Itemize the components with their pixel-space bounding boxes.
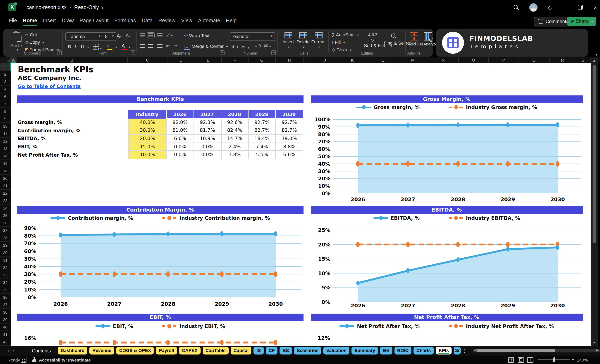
sheet-tab-valuation[interactable]: Valuation (323, 347, 349, 355)
sheet-tab-roic[interactable]: ROIC (394, 347, 412, 355)
scroll-down-icon[interactable]: ▼ (591, 341, 598, 344)
sheet-tab-captable[interactable]: CapTable (203, 347, 228, 355)
row-header-30[interactable]: 30 (0, 249, 10, 256)
accessibility-icon[interactable] (31, 357, 37, 362)
font-color-caret[interactable]: ▾ (129, 46, 130, 49)
orientation-button[interactable]: ⟋▾ (166, 32, 173, 38)
sheet-tab-cogs-opex[interactable]: COGS & OPEX (116, 347, 154, 355)
sheet-tab-revenue[interactable]: Revenue (90, 347, 114, 355)
row-header-41[interactable]: 41 (0, 331, 10, 338)
zoom-level[interactable]: 140% (577, 357, 588, 362)
autosum-button[interactable]: ∑ AutoSum ▾ (332, 32, 359, 37)
menu-formulas[interactable]: Formulas (114, 15, 136, 27)
tab-options-icon[interactable]: ⋮ (462, 348, 467, 354)
fill-button[interactable]: ⤓ Fill ▾ (332, 40, 345, 45)
column-header-I[interactable]: I (303, 57, 313, 63)
menu-data[interactable]: Data (142, 15, 153, 27)
premium-diamond-icon[interactable]: ◇ (546, 4, 554, 12)
page-break-view-button[interactable] (527, 357, 534, 363)
zoom-in-button[interactable]: + (572, 356, 574, 362)
wrap-text-button[interactable]: ↩ Wrap Text (184, 33, 209, 38)
menu-page-layout[interactable]: Page Layout (80, 15, 109, 27)
kpi-cell[interactable]: 82.4% (221, 127, 248, 135)
add-sheet-icon[interactable]: + (454, 347, 458, 354)
clipboard-dialog-launcher[interactable]: ↘ (57, 50, 62, 55)
column-header-N[interactable]: N (428, 57, 459, 63)
tabs-next-icon[interactable]: › (11, 348, 16, 354)
row-header-11[interactable]: 11 (0, 130, 10, 137)
column-header-E[interactable]: E (195, 57, 222, 63)
font-color-button[interactable]: A (122, 43, 127, 50)
italic-button[interactable]: I (75, 44, 76, 50)
row-header-7[interactable]: 7 (0, 100, 10, 108)
grow-font-button[interactable]: A˄ (117, 33, 122, 39)
row-header-9[interactable]: 9 (0, 115, 10, 122)
horizontal-scrollbar-thumb[interactable] (477, 349, 555, 352)
row-header-2[interactable]: 2 (0, 71, 10, 78)
kpi-header-cell[interactable]: 2030 (276, 110, 303, 118)
row-header-39[interactable]: 39 (0, 316, 10, 323)
kpi-cell[interactable]: 40.0% (128, 118, 167, 127)
table-of-contents-link[interactable]: Go to Table of Contents (18, 83, 81, 89)
format-cells-button[interactable]: Format▾ (311, 32, 326, 49)
sheet-tab-cf[interactable]: CF (266, 347, 277, 355)
menu-insert[interactable]: Insert (43, 15, 56, 27)
row-header-12[interactable]: 12 (0, 137, 10, 145)
kpi-cell[interactable]: 92.6% (221, 118, 248, 127)
kpi-cell[interactable]: 92.7% (276, 118, 303, 127)
percent-button[interactable]: % (242, 44, 246, 49)
scroll-right-icon[interactable]: ▶ (596, 348, 599, 352)
borders-button[interactable]: ▾ (93, 44, 102, 50)
row-header-1[interactable]: 1 (0, 63, 10, 71)
number-format-select[interactable]: General▾ (230, 32, 275, 41)
sheet-tab-summary[interactable]: Summary (351, 347, 378, 355)
kpi-cell[interactable]: 6.6% (276, 151, 303, 159)
scroll-left-icon[interactable]: ◀ (474, 348, 476, 352)
row-header-27[interactable]: 27 (0, 227, 10, 234)
kpi-cell[interactable]: 30.0% (128, 127, 167, 135)
kpi-cell[interactable]: 0.0% (167, 143, 194, 151)
comma-button[interactable]: , (248, 44, 249, 49)
read-only-badge[interactable]: Read-Only (74, 5, 99, 10)
column-header-P[interactable]: P (489, 57, 519, 63)
row-header-16[interactable]: 16 (0, 160, 10, 167)
share-button[interactable]: ⬀ Share ▾ (567, 17, 596, 26)
row-header-13[interactable]: 13 (0, 145, 10, 152)
row-header-32[interactable]: 32 (0, 264, 10, 271)
column-header-R[interactable]: R (549, 57, 576, 63)
zoom-out-button[interactable]: – (534, 356, 537, 362)
column-header-J[interactable]: J (313, 57, 338, 63)
kpi-cell[interactable]: 92.3% (194, 118, 221, 127)
sheet-tab-bs[interactable]: BS (280, 347, 292, 355)
column-header-K[interactable]: K (338, 57, 368, 63)
menu-automate[interactable]: Automate (198, 15, 220, 27)
delete-cells-button[interactable]: Delete▾ (296, 32, 310, 49)
kpi-cell[interactable]: 1.8% (221, 151, 248, 159)
analyze-data-button[interactable]: Analyze Data (423, 32, 432, 47)
kpi-cell[interactable]: 81.7% (194, 127, 221, 135)
kpi-header-cell[interactable]: 2028 (221, 110, 248, 118)
cut-button[interactable]: ✂ Cut (25, 32, 37, 38)
decrease-indent-button[interactable]: ⇤ (166, 43, 170, 48)
row-header-35[interactable]: 35 (0, 286, 10, 293)
kpi-cell[interactable]: 5.5% (248, 151, 276, 159)
row-header-28[interactable]: 28 (0, 234, 10, 242)
shrink-font-button[interactable]: A˅ (126, 33, 131, 38)
menu-file[interactable]: File (9, 15, 17, 27)
column-header-G[interactable]: G (248, 57, 276, 63)
column-header-A[interactable]: A (10, 57, 17, 63)
merge-center-button[interactable]: ↔ Merge & Center ▾ (184, 44, 228, 50)
column-header-L[interactable]: L (368, 57, 398, 63)
alignment-dialog-launcher[interactable]: ↘ (220, 50, 225, 55)
kpi-cell[interactable]: 7.4% (248, 143, 276, 151)
find-select-button[interactable]: Find & Select ▾ (384, 32, 403, 46)
underline-button[interactable]: U (81, 44, 84, 50)
kpi-header-cell[interactable]: 2027 (194, 110, 221, 118)
kpi-cell[interactable]: 15.0% (128, 143, 167, 151)
normal-view-button[interactable] (508, 357, 514, 363)
column-header-M[interactable]: M (398, 57, 428, 63)
align-bottom-button[interactable] (157, 33, 162, 38)
sheet-tab-scenarios[interactable]: Scenarios (294, 347, 321, 355)
sheet-tab-is[interactable]: IS (254, 347, 264, 355)
scroll-up-icon[interactable]: ▲ (591, 59, 598, 62)
